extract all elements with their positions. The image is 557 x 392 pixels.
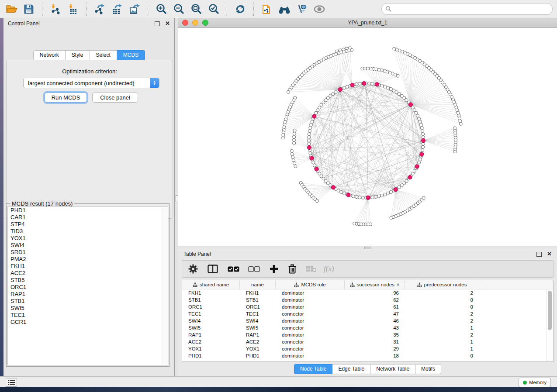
list-item[interactable]: GCR1 [8,319,168,326]
list-item[interactable]: RAP1 [8,291,168,298]
cell: 31 [345,339,405,344]
show-eye-icon[interactable] [311,2,328,17]
table-row[interactable]: PHD1PHD1dominator180 [182,352,553,359]
float-panel-icon[interactable] [536,252,542,257]
zoom-fit-icon[interactable] [187,2,205,17]
run-mcds-button[interactable]: Run MCDS [45,93,87,103]
tab-node-table[interactable]: Node Table [294,364,333,374]
search-input[interactable] [381,3,553,15]
list-item[interactable]: SWI4 [8,242,168,249]
table-row[interactable]: YOX1YOX1connector291 [182,345,553,352]
delete-table-icon [305,265,317,272]
optimization-criterion-label: Optimization criterion: [7,68,173,75]
table-row[interactable]: FKH1FKH1dominator962 [182,289,553,296]
settings-gear-icon[interactable] [188,264,198,274]
import-table-icon[interactable] [64,2,82,17]
toolbar-separator [86,3,86,16]
list-item[interactable]: ORC1 [8,284,168,291]
search-binoculars-icon[interactable] [276,2,293,17]
list-item[interactable]: ACE2 [8,270,168,277]
export-image-icon[interactable] [126,2,143,17]
list-item[interactable]: STB5 [8,277,168,284]
optimization-criterion-dropdown[interactable]: largest connected component (undirected)… [23,78,159,88]
open-file-icon[interactable] [3,2,20,17]
scrollbar-thumb[interactable] [548,291,552,330]
cell: 1 [405,339,479,344]
tab-mcds[interactable]: MCDS [117,50,145,60]
select-all-checks-icon[interactable] [228,266,239,272]
cell: 61 [345,304,405,309]
cell: PHD1 [240,353,276,358]
memory-button[interactable]: Memory [519,378,551,387]
table-panel: Table Panel ✕ f(x) shared namenameMCDS r… [178,249,557,376]
mcds-result-list[interactable]: PHD1CAR1STP4TID3YOX1SWI4SRD1PMA2FKH1ACE2… [7,206,168,365]
table-row[interactable]: SWI5SWI5connector431 [182,324,553,331]
close-panel-icon[interactable]: ✕ [547,252,552,256]
float-panel-icon[interactable] [155,21,160,26]
close-panel-icon[interactable]: ✕ [165,21,170,26]
tab-style[interactable]: Style [66,50,90,60]
split-panel-icon[interactable] [208,265,218,273]
table-panel-title: Table Panel [183,251,211,257]
dropdown-value: largest connected component (undirected) [24,80,150,86]
table-row[interactable]: ORC1ORC1dominator610 [182,303,553,310]
toolbar-separator [148,3,148,16]
cell: connector [276,346,345,351]
tab-network-table[interactable]: Network Table [370,364,415,374]
network-view-canvas[interactable] [178,28,557,246]
list-item[interactable]: STP4 [8,221,168,228]
table-row[interactable]: ACE2ACE2connector311 [182,338,553,345]
column-header-MCDS-role[interactable]: MCDS role [276,280,345,289]
save-session-icon[interactable] [20,2,38,17]
result-list-scrollbar[interactable] [162,207,168,365]
list-item[interactable]: STB1 [8,298,168,305]
hide-glasses-icon[interactable] [293,2,311,17]
table-toolbar: f(x) [182,260,554,278]
column-header-predecessor-nodes[interactable]: predecessor nodes [405,280,479,289]
network-window-titlebar[interactable]: YPA_prune.txt_1 [178,18,557,28]
export-table-icon[interactable] [108,2,126,17]
table-row[interactable]: TEC1TEC1connector472 [182,310,553,317]
deselect-checks-icon[interactable] [248,266,260,272]
table-tabs: Node TableEdge TableNetwork TableMotifs [178,364,557,374]
list-item[interactable]: SRD1 [8,249,168,256]
table-row[interactable]: RAP1RAP1dominator352 [182,331,553,338]
add-column-icon[interactable] [270,265,278,273]
tab-network[interactable]: Network [33,50,66,60]
column-header-successor-nodes[interactable]: successor nodes∨ [345,280,405,289]
list-item[interactable]: CAR1 [8,214,168,221]
task-history-button[interactable] [6,378,17,387]
main-toolbar [0,0,557,18]
cell: FKH1 [182,290,240,296]
cell: PHD1 [182,353,240,358]
tab-edge-table[interactable]: Edge Table [332,364,370,374]
list-item[interactable]: PMA2 [8,256,168,263]
delete-column-icon[interactable] [288,264,297,274]
share-document-icon[interactable] [258,2,276,17]
zoom-selected-icon[interactable] [205,2,222,17]
zoom-out-icon[interactable] [170,2,187,17]
cell: 0 [405,353,479,358]
close-panel-button[interactable]: Close panel [92,93,138,103]
table-scrollbar[interactable] [547,289,553,361]
import-network-icon[interactable] [47,2,64,17]
tab-motifs[interactable]: Motifs [415,364,441,374]
list-item[interactable]: YOX1 [8,235,168,242]
list-item[interactable]: TID3 [8,228,168,235]
tab-select[interactable]: Select [90,50,117,60]
list-item[interactable]: PHD1 [8,207,168,214]
table-row[interactable]: STB1STB1dominator620 [182,296,553,303]
vertical-split-divider[interactable] [175,18,178,376]
mcds-result-title: MCDS result (17 nodes) [10,200,74,207]
cell: dominator [276,304,345,309]
list-item[interactable]: FKH1 [8,263,168,270]
cell: YOX1 [240,346,276,351]
column-header-shared-name[interactable]: shared name [182,280,240,289]
zoom-in-icon[interactable] [152,2,170,17]
export-network-icon[interactable] [91,2,108,17]
refresh-icon[interactable] [232,2,249,17]
table-row[interactable]: SWI4SWI4dominator462 [182,317,553,324]
column-header-name[interactable]: name [240,280,276,289]
list-item[interactable]: TEC1 [8,312,168,319]
list-item[interactable]: SWI5 [8,305,168,312]
